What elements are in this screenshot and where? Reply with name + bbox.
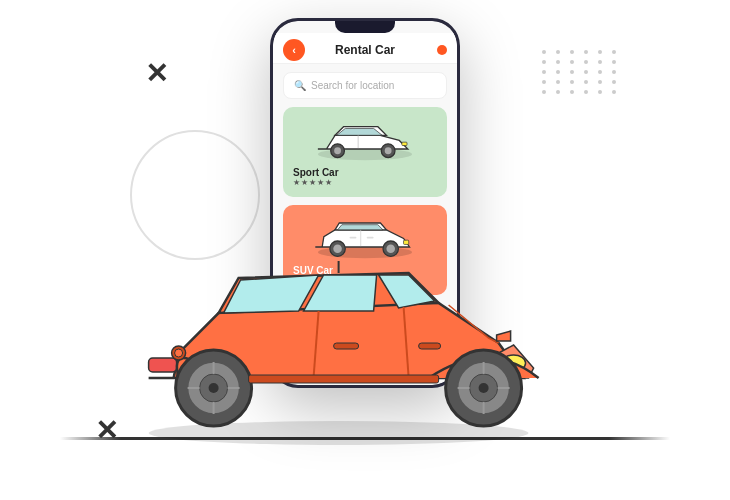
svg-rect-22 xyxy=(149,358,177,372)
svg-point-26 xyxy=(479,383,489,393)
svg-rect-39 xyxy=(249,375,439,383)
sport-car-label: Sport Car xyxy=(293,167,437,178)
svg-rect-5 xyxy=(402,142,407,145)
sport-car-rating: ★★★★★ xyxy=(293,178,437,187)
phone-header: ‹ Rental Car xyxy=(273,33,457,64)
cross-decoration-top: ✕ xyxy=(145,60,168,88)
cross-decoration-bottom: ✕ xyxy=(95,417,118,445)
sport-car-image xyxy=(305,115,425,165)
dots-decoration xyxy=(542,50,620,94)
app-title: Rental Car xyxy=(335,43,395,57)
back-button[interactable]: ‹ xyxy=(283,39,305,61)
svg-point-2 xyxy=(334,147,341,154)
scene: ✕ ✕ ‹ Rental Car 🔍 Search for location xyxy=(0,0,730,500)
search-bar[interactable]: 🔍 Search for location xyxy=(283,72,447,99)
notification-dot xyxy=(437,45,447,55)
search-icon: 🔍 xyxy=(294,80,306,91)
phone-notch xyxy=(335,21,395,33)
svg-point-34 xyxy=(209,383,219,393)
svg-rect-20 xyxy=(419,343,441,349)
svg-point-42 xyxy=(175,349,183,357)
search-placeholder: Search for location xyxy=(311,80,394,91)
main-car-illustration xyxy=(119,218,559,448)
sport-car-card[interactable]: Sport Car ★★★★★ xyxy=(283,107,447,197)
svg-rect-19 xyxy=(334,343,359,349)
svg-point-4 xyxy=(385,147,392,154)
